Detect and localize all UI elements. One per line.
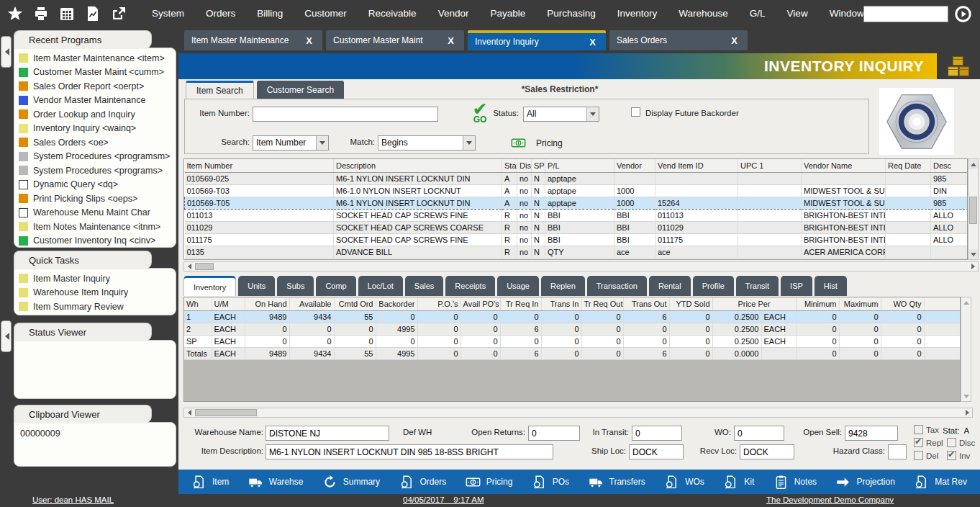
program-item[interactable]: Order Lookup and Inquiry: [14, 107, 176, 122]
status-select[interactable]: All: [523, 107, 599, 122]
tab-customer-search[interactable]: Customer Search: [257, 81, 344, 99]
item-grid-column-header[interactable]: UPC 1: [738, 159, 802, 172]
scrollbar-thumb[interactable]: [195, 263, 214, 270]
menubar-search-input[interactable]: [863, 6, 948, 22]
tab-loc-lot[interactable]: Loc/Lot: [358, 276, 403, 296]
table-row[interactable]: 010569-025M6-1 NYLON INSERT LOCKNUT DINA…: [185, 172, 968, 184]
warehouse-grid-column-header[interactable]: Tr Req Out: [581, 297, 623, 310]
in-transit-input[interactable]: [632, 426, 682, 441]
status-viewer-header[interactable]: Status Viewer: [14, 323, 152, 341]
tab-rental[interactable]: Rental: [649, 276, 691, 296]
open-returns-input[interactable]: [528, 426, 580, 441]
program-item[interactable]: Item Master Inquiry: [14, 272, 176, 286]
program-item[interactable]: Sales Order Report <oerpt>: [14, 79, 176, 94]
warehouse-name-input[interactable]: [266, 426, 389, 441]
warehouse-grid-column-header[interactable]: Avail PO's: [460, 297, 500, 310]
recv-loc-input[interactable]: [740, 444, 794, 459]
scrollbar-thumb[interactable]: [195, 409, 257, 416]
menu-payable[interactable]: Payable: [479, 0, 536, 27]
calendar-icon[interactable]: [56, 4, 78, 24]
table-row[interactable]: 2EACH000499500600000.2500EACH000: [184, 323, 961, 335]
warehouse-grid-column-header[interactable]: Minimum: [796, 297, 839, 310]
export-icon[interactable]: [108, 4, 130, 24]
toolbar-mat-rev-button[interactable]: Mat Rev: [914, 475, 967, 490]
scroll-down-icon[interactable]: [961, 391, 971, 401]
item-grid-column-header[interactable]: Stat: [502, 159, 517, 172]
item-grid-column-header[interactable]: SP: [532, 159, 545, 172]
item-grid-column-header[interactable]: Vendor Name: [802, 159, 886, 172]
table-row[interactable]: SPEACH000000000000.2500EACH000: [184, 335, 961, 347]
tab-inventory[interactable]: Inventory: [183, 276, 236, 296]
warehouse-grid-column-header[interactable]: WO Qty: [881, 297, 924, 310]
scroll-right-icon[interactable]: [968, 262, 978, 271]
warehouse-grid-column-header[interactable]: Wh: [184, 297, 212, 310]
wo-input[interactable]: [734, 426, 784, 441]
display-future-backorder-checkbox[interactable]: [631, 107, 640, 117]
tab-close-icon[interactable]: X: [586, 37, 599, 48]
toolbar-projection-button[interactable]: Projection: [835, 475, 894, 490]
warehouse-grid-column-header[interactable]: Trans Out: [623, 297, 669, 310]
scroll-down-icon[interactable]: [968, 249, 978, 259]
tab-units[interactable]: Units: [238, 276, 275, 296]
scroll-right-icon[interactable]: [962, 408, 972, 417]
menu-g-l[interactable]: G/L: [739, 0, 776, 27]
program-item[interactable]: Item Master Maintenance <item>: [14, 51, 176, 66]
checkbox[interactable]: [947, 451, 956, 460]
match-select[interactable]: Begins: [378, 135, 476, 151]
warehouse-grid-column-header[interactable]: Cmtd Ord: [334, 297, 376, 310]
menu-receivable[interactable]: Receivable: [358, 0, 427, 27]
item-grid-vertical-scrollbar[interactable]: [968, 158, 979, 260]
warehouse-grid-column-header[interactable]: Trans In: [541, 297, 581, 310]
tab-replen[interactable]: Replen: [541, 276, 585, 296]
tab-profile[interactable]: Profile: [693, 276, 734, 296]
menu-vendor[interactable]: Vendor: [427, 0, 480, 27]
table-row[interactable]: 0135ADVANCE BILLRnoNQTYaceaceACER AMERIC…: [185, 246, 968, 258]
hazard-class-input[interactable]: [888, 444, 907, 459]
search-by-select[interactable]: Item Number: [253, 135, 329, 151]
table-row[interactable]: 011013SOCKET HEAD CAP SCREWS FINERnoNBBI…: [185, 209, 968, 221]
toolbar-kit-button[interactable]: Kit: [723, 475, 754, 490]
disc-checkbox[interactable]: Disc: [947, 438, 975, 447]
star-icon[interactable]: [4, 4, 26, 24]
program-item[interactable]: Sales Orders <oe>: [14, 135, 176, 150]
warehouse-grid-column-header[interactable]: Price Per: [712, 297, 796, 310]
clipboard-viewer-header[interactable]: Clipboard Viewer: [14, 405, 152, 423]
table-row[interactable]: 010569-T05M6-1 NYLON INSERT LOCKNUT DINA…: [185, 197, 968, 209]
menu-system[interactable]: System: [141, 0, 195, 27]
menu-inventory[interactable]: Inventory: [607, 0, 668, 27]
program-item[interactable]: Item Summary Review: [14, 300, 176, 314]
toolbar-summary-button[interactable]: Summary: [322, 475, 380, 490]
tab-usage[interactable]: Usage: [497, 276, 539, 296]
open-sell-input[interactable]: [845, 426, 898, 441]
menu-billing[interactable]: Billing: [246, 0, 294, 27]
menu-orders[interactable]: Orders: [195, 0, 246, 27]
ship-loc-input[interactable]: [629, 444, 684, 459]
printer-icon[interactable]: [30, 4, 52, 24]
item-grid-column-header[interactable]: Vendor: [614, 159, 655, 172]
item-grid-column-header[interactable]: P/L: [545, 159, 614, 172]
menu-warehouse[interactable]: Warehouse: [668, 0, 739, 27]
tab-receipts[interactable]: Receipts: [445, 276, 495, 296]
warehouse-grid-column-header[interactable]: Available: [289, 297, 334, 310]
tab-comp[interactable]: Comp: [316, 276, 355, 296]
program-item[interactable]: Customer Inventory Inq <cinv>: [14, 234, 176, 248]
program-item[interactable]: Warehouse Item Inquiry: [14, 286, 176, 300]
money-icon[interactable]: [507, 135, 530, 151]
quick-tasks-header[interactable]: Quick Tasks: [14, 251, 152, 269]
warehouse-grid-vertical-scrollbar[interactable]: [961, 297, 971, 402]
gear-icon[interactable]: [953, 4, 973, 24]
table-row[interactable]: 011175SOCKET HEAD CAP SCREWS FINERnoNBBI…: [185, 233, 968, 246]
scroll-up-icon[interactable]: [968, 159, 978, 169]
window-tab-customer-master-maint[interactable]: Customer Master MaintX: [326, 30, 464, 50]
sidebar-collapse-button[interactable]: [1, 36, 12, 68]
del-checkbox[interactable]: Del: [914, 451, 938, 460]
program-item[interactable]: System Procedures <programsm>: [14, 150, 176, 164]
item-grid-column-header[interactable]: Req Date: [886, 159, 931, 172]
toolbar-orders-button[interactable]: Orders: [399, 475, 447, 490]
toolbar-warehse-button[interactable]: Warehse: [248, 475, 304, 490]
item-grid-column-header[interactable]: Desc: [931, 159, 968, 172]
toolbar-wos-button[interactable]: WOs: [664, 475, 704, 490]
table-row[interactable]: TotalsEACH9489943455499500600600.0000000: [184, 347, 961, 359]
scroll-up-icon[interactable]: [961, 297, 971, 308]
report-icon[interactable]: [82, 4, 104, 24]
